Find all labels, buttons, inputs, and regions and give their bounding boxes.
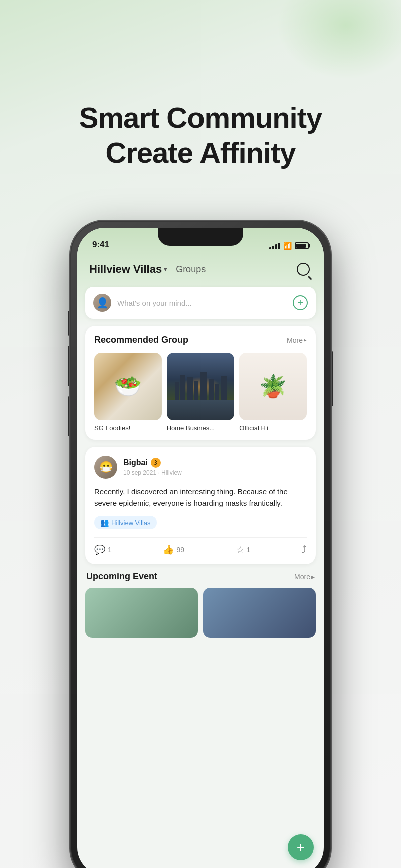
phone-shell: 9:41 📶 [70,221,331,868]
event-image-1[interactable] [85,588,198,638]
upcoming-more-button[interactable]: More ▸ [294,573,315,581]
community-name[interactable]: Hillview Villas ▾ [89,263,167,276]
section-title: Recommended Group [94,335,188,345]
group-name-official: Official H+ [239,424,307,432]
hero-title: Smart Community Create Affinity [30,100,371,170]
more-label: More [287,336,303,344]
group-image-city [167,353,235,420]
post-actions: 💬 1 👍 99 ☆ 1 ⤴ [94,537,307,555]
status-time: 9:41 [92,240,109,250]
signal-icon [269,242,280,249]
battery-icon [295,242,309,249]
post-placeholder[interactable]: What's on your mind... [117,299,287,307]
group-item-foodies[interactable]: SG Foodies! [94,353,162,432]
recommended-group-card: Recommended Group More ▸ SG Foodies! [85,326,316,440]
star-button[interactable]: ☆ 1 [236,544,251,555]
group-image-plant [239,353,307,420]
group-image-food [94,353,162,420]
upcoming-title: Upcoming Event [86,571,157,582]
author-name: Bigbai [123,458,148,467]
star-count: 1 [247,546,251,554]
post-card: 😷 Bigbai ₿ 10 sep 2021 · Hillview [85,447,316,565]
wifi-icon: 📶 [283,242,292,250]
author-info: Bigbai ₿ 10 sep 2021 · Hillview [123,458,182,476]
community-name-text: Hillview Villas [89,263,162,276]
phone-notch [158,228,243,246]
status-icons: 📶 [269,242,309,250]
post-input-card[interactable]: 👤 What's on your mind... + [85,287,316,319]
like-icon: 👍 [163,544,174,555]
groups-row: SG Foodies! [94,353,307,432]
more-button[interactable]: More ▸ [287,336,307,344]
group-item-business[interactable]: Home Busines... [167,353,235,432]
author-avatar: 😷 [94,456,117,479]
add-post-button[interactable]: + [293,295,308,310]
hero-section: Smart Community Create Affinity [0,100,401,170]
user-avatar: 👤 [93,294,111,312]
share-button[interactable]: ⤴ [302,544,307,555]
phone-mockup: 9:41 📶 [70,221,331,868]
upcoming-more-arrow-icon: ▸ [311,573,315,581]
comment-icon: 💬 [94,544,105,555]
phone-power-button [331,351,333,406]
post-content: Recently, I discovered an interesting th… [94,486,307,509]
search-icon [297,263,310,276]
fab-add-button[interactable]: + [288,834,314,860]
tag-people-icon: 👥 [100,518,109,527]
events-row [85,588,316,638]
upcoming-event-section: Upcoming Event More ▸ [85,571,316,638]
app-content: Hillview Villas ▾ Groups 👤 What [77,254,324,868]
post-author: 😷 Bigbai ₿ 10 sep 2021 · Hillview [94,456,307,479]
phone-screen: 9:41 📶 [77,228,324,868]
comment-count: 1 [108,546,112,554]
tag-label: Hillview Villas [111,519,151,527]
section-header: Recommended Group More ▸ [94,335,307,345]
app-header: Hillview Villas ▾ Groups [77,254,324,284]
event-image-2[interactable] [203,588,316,638]
search-button[interactable] [295,261,312,278]
star-icon: ☆ [236,544,244,555]
like-button[interactable]: 👍 99 [163,544,184,555]
more-arrow-icon: ▸ [304,337,307,343]
group-name-foodies: SG Foodies! [94,424,162,432]
group-name-business: Home Busines... [167,424,235,432]
comment-button[interactable]: 💬 1 [94,544,112,555]
group-item-official[interactable]: Official H+ [239,353,307,432]
author-meta: 10 sep 2021 · Hillview [123,469,182,476]
post-tag[interactable]: 👥 Hillview Villas [94,516,157,529]
bg-decoration [276,0,401,80]
author-name-row: Bigbai ₿ [123,458,182,468]
hero-line1: Smart Community [79,101,322,134]
upcoming-more-label: More [294,573,310,581]
groups-label[interactable]: Groups [176,264,206,275]
author-badge: ₿ [151,458,161,468]
like-count: 99 [176,546,184,554]
dropdown-arrow-icon: ▾ [164,266,167,273]
author-mask-icon: 😷 [99,461,113,474]
hero-line2: Create Affinity [105,136,295,169]
upcoming-header: Upcoming Event More ▸ [85,571,316,582]
share-icon: ⤴ [302,544,307,555]
